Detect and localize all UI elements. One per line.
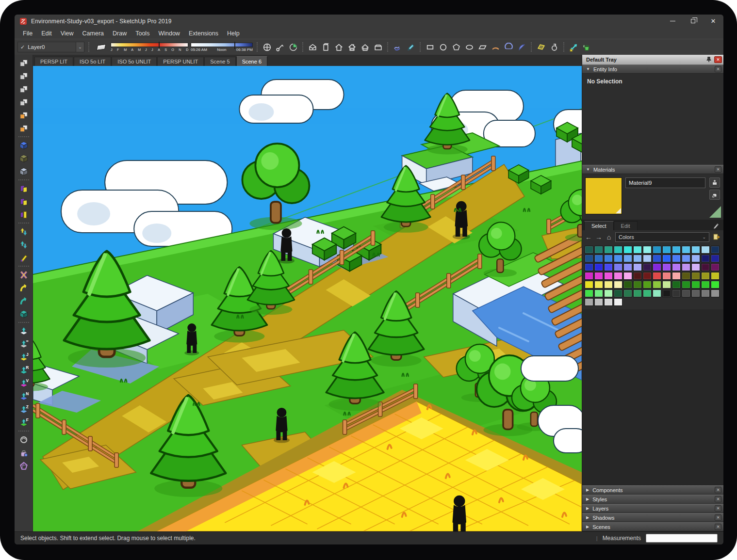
back-view-icon[interactable]: [320, 41, 332, 53]
drop-white-icon[interactable]: [17, 324, 31, 337]
color-swatch[interactable]: [633, 246, 642, 254]
curve-teal-icon[interactable]: [17, 294, 31, 307]
eraser-tool-button[interactable]: [94, 41, 108, 53]
color-swatch[interactable]: [614, 281, 622, 288]
back-arrow-icon[interactable]: ←: [585, 233, 592, 241]
toolbar-grip[interactable]: [257, 42, 258, 52]
shadow-time-track[interactable]: [191, 43, 253, 47]
slab-tool-icon[interactable]: [17, 208, 31, 221]
color-swatch[interactable]: [623, 246, 632, 254]
color-swatch[interactable]: [711, 272, 720, 280]
color-swatch[interactable]: [604, 263, 613, 271]
toolbar-grip[interactable]: [88, 42, 90, 52]
color-swatch[interactable]: [604, 255, 613, 262]
color-swatch[interactable]: [672, 255, 681, 262]
drop-magenta-icon[interactable]: V: [17, 377, 31, 390]
color-swatch[interactable]: [585, 255, 593, 262]
diagonal-tool-icon[interactable]: [17, 251, 31, 264]
menu-item-camera[interactable]: Camera: [78, 29, 108, 38]
color-swatch[interactable]: [691, 263, 700, 271]
home-icon[interactable]: ⌂: [605, 233, 613, 241]
color-swatch[interactable]: [623, 289, 632, 297]
color-swatch[interactable]: [662, 289, 671, 297]
color-swatch[interactable]: [585, 246, 593, 254]
plan-view-icon[interactable]: [372, 41, 384, 53]
pie-tool-icon[interactable]: [516, 41, 528, 53]
panel-header-styles[interactable]: ▶Styles✕: [582, 495, 723, 504]
color-swatch[interactable]: [585, 272, 593, 280]
toolbar-grip[interactable]: [387, 42, 389, 52]
color-swatch[interactable]: [711, 246, 720, 254]
menu-item-tools[interactable]: Tools: [131, 29, 154, 38]
color-swatch[interactable]: [643, 272, 652, 280]
color-swatch[interactable]: [594, 281, 603, 288]
drop-equal-icon[interactable]: =: [17, 337, 31, 351]
color-swatch[interactable]: [653, 263, 661, 271]
menu-item-view[interactable]: View: [56, 29, 78, 38]
color-swatch[interactable]: [643, 263, 652, 271]
menu-item-help[interactable]: Help: [223, 29, 244, 38]
material-name-field[interactable]: Material9: [625, 177, 705, 188]
color-swatch[interactable]: [653, 289, 661, 297]
curve-yellow-icon[interactable]: [17, 281, 31, 294]
scene-tab-iso-5o-unlit[interactable]: ISO 5o UNLIT: [112, 57, 157, 66]
color-swatch[interactable]: [585, 289, 593, 297]
color-swatch[interactable]: [614, 272, 622, 280]
bag-plugin-icon[interactable]: [17, 446, 31, 459]
color-swatch[interactable]: [701, 289, 710, 297]
color-swatch[interactable]: [594, 272, 603, 280]
color-swatch[interactable]: [682, 263, 690, 271]
entity-info-close-button[interactable]: ✕: [715, 66, 721, 72]
drop-yellow-icon[interactable]: J: [17, 351, 31, 364]
circle-tool-icon[interactable]: [437, 41, 449, 53]
color-swatch[interactable]: [643, 289, 652, 297]
gray-cube-icon[interactable]: [17, 165, 31, 178]
color-swatch[interactable]: [604, 289, 613, 297]
color-swatch[interactable]: [672, 272, 681, 280]
paint-bucket-icon[interactable]: [581, 41, 593, 53]
color-swatch[interactable]: [711, 263, 720, 271]
color-swatch[interactable]: [691, 255, 700, 262]
panel-header-scenes[interactable]: ▶Scenes✕: [582, 522, 723, 531]
paste-component-icon[interactable]: [17, 109, 31, 122]
tab-edit[interactable]: Edit: [614, 221, 638, 230]
panel-close-button[interactable]: ✕: [715, 514, 721, 521]
collection-dropdown[interactable]: Colors ⌄: [615, 232, 709, 242]
freehand-tool-icon[interactable]: [392, 41, 404, 53]
left-view-icon[interactable]: [359, 41, 371, 53]
entity-info-header[interactable]: ▼ Entity Info ✕: [582, 64, 723, 74]
color-swatch[interactable]: [653, 281, 661, 288]
color-swatch[interactable]: [623, 281, 632, 288]
drop-blue-icon[interactable]: N: [17, 390, 31, 403]
panel-header-components[interactable]: ▶Components✕: [582, 485, 723, 495]
minimize-button[interactable]: [662, 15, 683, 28]
menu-item-draw[interactable]: Draw: [108, 29, 131, 38]
color-swatch[interactable]: [691, 289, 700, 297]
color-swatch[interactable]: [594, 246, 603, 254]
poly-plugin-icon[interactable]: [17, 459, 31, 472]
color-swatch[interactable]: [711, 281, 720, 288]
export-teal-icon[interactable]: [17, 307, 31, 320]
ellipse-tool-icon[interactable]: [463, 41, 475, 53]
color-swatch[interactable]: [594, 255, 603, 262]
color-swatch[interactable]: [604, 298, 613, 306]
color-swatch[interactable]: [594, 298, 603, 306]
color-swatch[interactable]: [682, 281, 690, 288]
edit-component-icon[interactable]: [17, 69, 31, 82]
pin-button[interactable]: [705, 56, 713, 64]
color-swatch[interactable]: [662, 246, 671, 254]
color-swatch[interactable]: [662, 272, 671, 280]
x-tool-icon[interactable]: [17, 268, 31, 281]
create-material-button[interactable]: [709, 190, 720, 200]
color-swatch[interactable]: [711, 289, 720, 297]
color-swatch[interactable]: [701, 281, 710, 288]
olive-cube-icon[interactable]: [17, 152, 31, 165]
color-swatch[interactable]: [672, 246, 681, 254]
layer-dropdown[interactable]: ✓ Layer0 ⌄: [17, 42, 84, 52]
panel-close-button[interactable]: ✕: [715, 524, 721, 530]
eyedropper-icon[interactable]: [713, 223, 720, 230]
color-swatch[interactable]: [623, 272, 632, 280]
color-swatch[interactable]: [691, 272, 700, 280]
panel-header-layers[interactable]: ▶Layers✕: [582, 504, 723, 513]
iso-view-icon[interactable]: [307, 41, 319, 53]
